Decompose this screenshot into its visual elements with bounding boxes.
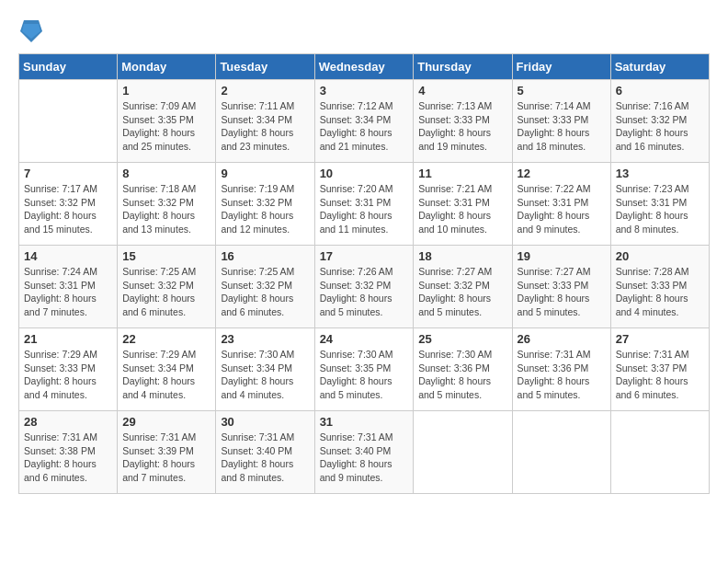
weekday-header-row: SundayMondayTuesdayWednesdayThursdayFrid… — [19, 54, 710, 80]
calendar-cell: 14Sunrise: 7:24 AM Sunset: 3:31 PM Dayli… — [19, 246, 118, 328]
calendar-cell: 20Sunrise: 7:28 AM Sunset: 3:33 PM Dayli… — [610, 246, 709, 328]
day-info: Sunrise: 7:25 AM Sunset: 3:32 PM Dayligh… — [221, 265, 309, 319]
day-info: Sunrise: 7:11 AM Sunset: 3:34 PM Dayligh… — [221, 99, 309, 154]
day-info: Sunrise: 7:20 AM Sunset: 3:31 PM Dayligh… — [320, 182, 409, 236]
svg-marker-1 — [22, 24, 40, 39]
day-info: Sunrise: 7:13 AM Sunset: 3:33 PM Dayligh… — [418, 99, 506, 154]
weekday-header-tuesday: Tuesday — [216, 54, 314, 80]
day-info: Sunrise: 7:22 AM Sunset: 3:31 PM Dayligh… — [518, 182, 606, 236]
day-info: Sunrise: 7:30 AM Sunset: 3:34 PM Dayligh… — [221, 348, 309, 402]
day-number: 7 — [24, 167, 112, 180]
day-number: 8 — [122, 167, 210, 180]
day-number: 29 — [122, 415, 210, 429]
weekday-header-monday: Monday — [118, 54, 216, 80]
calendar-cell: 30Sunrise: 7:31 AM Sunset: 3:40 PM Dayli… — [216, 411, 314, 494]
day-number: 27 — [616, 332, 704, 346]
day-number: 4 — [418, 84, 506, 98]
calendar-cell: 23Sunrise: 7:30 AM Sunset: 3:34 PM Dayli… — [216, 328, 314, 411]
day-number: 21 — [24, 332, 112, 346]
day-number: 17 — [320, 249, 409, 263]
day-number: 22 — [122, 332, 210, 346]
day-number: 2 — [221, 84, 309, 98]
day-info: Sunrise: 7:19 AM Sunset: 3:32 PM Dayligh… — [221, 182, 309, 236]
calendar-cell: 3Sunrise: 7:12 AM Sunset: 3:34 PM Daylig… — [314, 80, 414, 163]
calendar-cell: 17Sunrise: 7:26 AM Sunset: 3:32 PM Dayli… — [314, 246, 414, 328]
day-number: 14 — [24, 249, 112, 263]
calendar-cell: 19Sunrise: 7:27 AM Sunset: 3:33 PM Dayli… — [512, 246, 610, 328]
day-info: Sunrise: 7:18 AM Sunset: 3:32 PM Dayligh… — [122, 182, 210, 236]
day-number: 25 — [418, 332, 506, 346]
day-info: Sunrise: 7:23 AM Sunset: 3:31 PM Dayligh… — [616, 182, 704, 236]
calendar-cell — [19, 80, 118, 163]
calendar-cell: 7Sunrise: 7:17 AM Sunset: 3:32 PM Daylig… — [19, 163, 118, 246]
day-number: 24 — [320, 332, 409, 346]
day-number: 16 — [221, 249, 309, 263]
calendar-cell: 11Sunrise: 7:21 AM Sunset: 3:31 PM Dayli… — [414, 163, 512, 246]
day-number: 10 — [320, 167, 409, 180]
day-number: 18 — [418, 249, 506, 263]
day-number: 28 — [24, 415, 112, 429]
day-number: 5 — [518, 84, 606, 98]
day-info: Sunrise: 7:17 AM Sunset: 3:32 PM Dayligh… — [24, 182, 112, 236]
calendar-table: SundayMondayTuesdayWednesdayThursdayFrid… — [18, 53, 710, 494]
day-info: Sunrise: 7:31 AM Sunset: 3:40 PM Dayligh… — [320, 431, 409, 485]
weekday-header-wednesday: Wednesday — [314, 54, 414, 80]
calendar-cell — [610, 411, 709, 494]
calendar-cell: 13Sunrise: 7:23 AM Sunset: 3:31 PM Dayli… — [610, 163, 709, 246]
calendar-cell: 5Sunrise: 7:14 AM Sunset: 3:33 PM Daylig… — [512, 80, 610, 163]
page-header — [18, 18, 710, 44]
calendar-cell: 10Sunrise: 7:20 AM Sunset: 3:31 PM Dayli… — [314, 163, 414, 246]
calendar-cell: 12Sunrise: 7:22 AM Sunset: 3:31 PM Dayli… — [512, 163, 610, 246]
weekday-header-saturday: Saturday — [610, 54, 709, 80]
day-number: 23 — [221, 332, 309, 346]
day-info: Sunrise: 7:31 AM Sunset: 3:40 PM Dayligh… — [221, 431, 309, 485]
day-info: Sunrise: 7:31 AM Sunset: 3:38 PM Dayligh… — [24, 431, 112, 485]
calendar-cell: 22Sunrise: 7:29 AM Sunset: 3:34 PM Dayli… — [118, 328, 216, 411]
day-info: Sunrise: 7:29 AM Sunset: 3:33 PM Dayligh… — [24, 348, 112, 402]
calendar-cell: 29Sunrise: 7:31 AM Sunset: 3:39 PM Dayli… — [118, 411, 216, 494]
day-info: Sunrise: 7:26 AM Sunset: 3:32 PM Dayligh… — [320, 265, 409, 319]
calendar-week-row: 14Sunrise: 7:24 AM Sunset: 3:31 PM Dayli… — [19, 246, 710, 328]
day-info: Sunrise: 7:16 AM Sunset: 3:32 PM Dayligh… — [616, 99, 704, 154]
calendar-cell: 18Sunrise: 7:27 AM Sunset: 3:32 PM Dayli… — [414, 246, 512, 328]
day-number: 31 — [320, 415, 409, 429]
day-number: 1 — [122, 84, 210, 98]
weekday-header-friday: Friday — [512, 54, 610, 80]
calendar-cell: 31Sunrise: 7:31 AM Sunset: 3:40 PM Dayli… — [314, 411, 414, 494]
calendar-week-row: 21Sunrise: 7:29 AM Sunset: 3:33 PM Dayli… — [19, 328, 710, 411]
calendar-cell: 6Sunrise: 7:16 AM Sunset: 3:32 PM Daylig… — [610, 80, 709, 163]
calendar-week-row: 1Sunrise: 7:09 AM Sunset: 3:35 PM Daylig… — [19, 80, 710, 163]
day-number: 30 — [221, 415, 309, 429]
day-info: Sunrise: 7:21 AM Sunset: 3:31 PM Dayligh… — [418, 182, 506, 236]
day-info: Sunrise: 7:25 AM Sunset: 3:32 PM Dayligh… — [122, 265, 210, 319]
calendar-cell: 25Sunrise: 7:30 AM Sunset: 3:36 PM Dayli… — [414, 328, 512, 411]
day-number: 11 — [418, 167, 506, 180]
calendar-cell — [414, 411, 512, 494]
day-number: 20 — [616, 249, 704, 263]
calendar-cell: 8Sunrise: 7:18 AM Sunset: 3:32 PM Daylig… — [118, 163, 216, 246]
calendar-cell: 1Sunrise: 7:09 AM Sunset: 3:35 PM Daylig… — [118, 80, 216, 163]
calendar-cell: 24Sunrise: 7:30 AM Sunset: 3:35 PM Dayli… — [314, 328, 414, 411]
calendar-cell: 2Sunrise: 7:11 AM Sunset: 3:34 PM Daylig… — [216, 80, 314, 163]
day-info: Sunrise: 7:27 AM Sunset: 3:33 PM Dayligh… — [518, 265, 606, 319]
day-info: Sunrise: 7:31 AM Sunset: 3:37 PM Dayligh… — [616, 348, 704, 402]
weekday-header-thursday: Thursday — [414, 54, 512, 80]
day-info: Sunrise: 7:27 AM Sunset: 3:32 PM Dayligh… — [418, 265, 506, 319]
calendar-cell: 26Sunrise: 7:31 AM Sunset: 3:36 PM Dayli… — [512, 328, 610, 411]
calendar-cell: 16Sunrise: 7:25 AM Sunset: 3:32 PM Dayli… — [216, 246, 314, 328]
day-info: Sunrise: 7:24 AM Sunset: 3:31 PM Dayligh… — [24, 265, 112, 319]
day-info: Sunrise: 7:31 AM Sunset: 3:36 PM Dayligh… — [518, 348, 606, 402]
weekday-header-sunday: Sunday — [19, 54, 118, 80]
day-number: 6 — [616, 84, 704, 98]
logo-icon — [20, 18, 42, 44]
calendar-week-row: 7Sunrise: 7:17 AM Sunset: 3:32 PM Daylig… — [19, 163, 710, 246]
day-info: Sunrise: 7:09 AM Sunset: 3:35 PM Dayligh… — [122, 99, 210, 154]
day-number: 13 — [616, 167, 704, 180]
day-info: Sunrise: 7:14 AM Sunset: 3:33 PM Dayligh… — [518, 99, 606, 154]
day-number: 9 — [221, 167, 309, 180]
day-info: Sunrise: 7:28 AM Sunset: 3:33 PM Dayligh… — [616, 265, 704, 319]
calendar-cell: 21Sunrise: 7:29 AM Sunset: 3:33 PM Dayli… — [19, 328, 118, 411]
day-info: Sunrise: 7:31 AM Sunset: 3:39 PM Dayligh… — [122, 431, 210, 485]
day-info: Sunrise: 7:30 AM Sunset: 3:36 PM Dayligh… — [418, 348, 506, 402]
logo-text — [18, 18, 42, 44]
